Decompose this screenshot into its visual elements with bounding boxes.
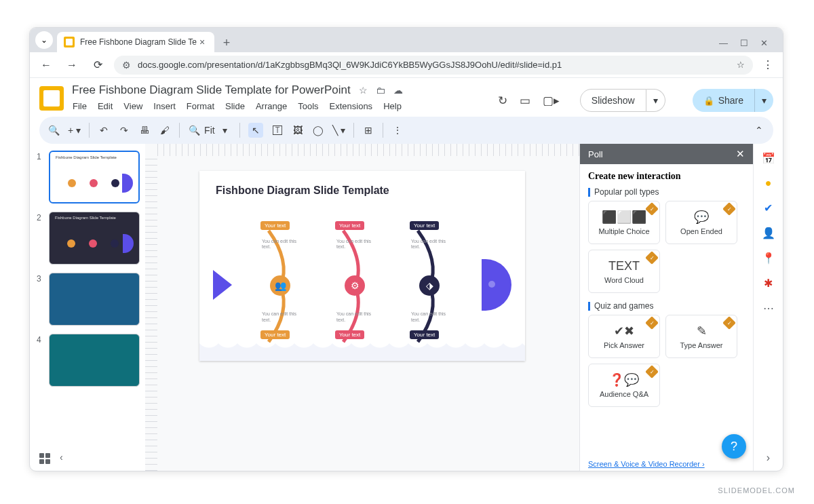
menu-insert[interactable]: Insert — [153, 100, 176, 113]
back-icon[interactable]: ← — [37, 59, 56, 71]
slide-title[interactable]: Fishbone Diagram Slide Template — [216, 185, 509, 197]
canvas[interactable]: Fishbone Diagram Slide Template 👥Your te… — [145, 144, 579, 471]
zoom-dropdown-icon[interactable]: ▾ — [219, 125, 231, 136]
poll-card-audience-q&a[interactable]: ❓💬Audience Q&A — [588, 364, 660, 407]
comments-icon[interactable]: ▭ — [520, 94, 530, 108]
menu-tools[interactable]: Tools — [297, 100, 319, 113]
tabs-dropdown[interactable]: ⌄ — [35, 31, 53, 49]
close-window-icon[interactable]: ✕ — [760, 38, 768, 48]
share-button[interactable]: 🔒Share — [693, 89, 754, 112]
paint-format-icon[interactable]: 🖌 — [159, 125, 171, 136]
filmstrip-prev-icon[interactable]: ‹ — [60, 452, 63, 463]
star-doc-icon[interactable]: ☆ — [359, 85, 368, 96]
more-icon[interactable]: ⋯ — [763, 302, 774, 315]
tasks-icon[interactable]: ✔ — [764, 201, 773, 214]
header-actions: ↻ ▭ ▢▸ Slideshow ▾ 🔒Share ▾ — [498, 89, 773, 112]
keep-icon[interactable]: ● — [765, 177, 772, 189]
address-bar: ← → ⟳ ⚙ docs.google.com/presentation/d/1… — [30, 52, 783, 78]
menu-arrange[interactable]: Arrange — [255, 100, 288, 113]
calendar-icon[interactable]: 📅 — [762, 152, 775, 165]
zoom-icon[interactable]: 🔍 — [188, 125, 200, 136]
menu-file[interactable]: File — [72, 100, 88, 113]
poll-card-multiple-choice[interactable]: ⬛⬜⬛Multiple Choice — [588, 201, 660, 244]
slideshow-button[interactable]: Slideshow — [580, 89, 646, 112]
history-icon[interactable]: ↻ — [498, 94, 507, 108]
maps-icon[interactable]: 📍 — [762, 252, 775, 265]
textbox-icon[interactable]: 🅃 — [271, 125, 284, 136]
panel-close-icon[interactable]: ✕ — [736, 148, 745, 160]
menu-help[interactable]: Help — [383, 100, 402, 113]
slideshow-dropdown[interactable]: ▾ — [646, 89, 665, 112]
meet-icon[interactable]: ▢▸ — [543, 94, 560, 108]
select-tool-icon[interactable]: ↖ — [248, 123, 263, 138]
watermark: SLIDEMODEL.COM — [718, 486, 795, 495]
panel-heading: Create new interaction — [588, 171, 745, 182]
search-menu-icon[interactable]: 🔍 — [47, 125, 60, 136]
ruler-vertical — [145, 156, 157, 471]
collapse-toolbar-icon[interactable]: ⌃ — [753, 125, 765, 136]
app-header: Free Fishbone Diagram Slide Template for… — [30, 78, 783, 113]
browser-menu-icon[interactable]: ⋮ — [760, 58, 776, 71]
menu-format[interactable]: Format — [186, 100, 215, 113]
thumbnail-4[interactable] — [49, 334, 140, 387]
bone-1[interactable]: 👥Your textYour textYou can edit this tex… — [248, 227, 308, 332]
slide[interactable]: Fishbone Diagram Slide Template 👥Your te… — [199, 171, 525, 361]
cloud-status-icon[interactable]: ☁ — [393, 85, 403, 96]
addon-icon[interactable]: ✱ — [764, 277, 773, 290]
bookmark-icon[interactable]: ☆ — [737, 60, 745, 70]
poll-card-pick-answer[interactable]: ✔✖Pick Answer — [588, 315, 660, 358]
maximize-icon[interactable]: ☐ — [740, 38, 748, 48]
url-field[interactable]: ⚙ docs.google.com/presentation/d/1aKzgbb… — [114, 56, 753, 75]
reload-icon[interactable]: ⟳ — [88, 58, 107, 71]
more-tools-icon[interactable]: ⋮ — [391, 125, 404, 136]
slides-favicon — [64, 37, 75, 47]
contacts-icon[interactable]: 👤 — [762, 227, 775, 239]
grid-view-icon[interactable] — [39, 453, 50, 464]
window-controls: — ☐ ✕ — [719, 38, 777, 52]
help-fab[interactable]: ? — [722, 434, 746, 459]
panel-footer-link[interactable]: Screen & Voice & Video Recorder › — [580, 457, 753, 471]
move-doc-icon[interactable]: 🗀 — [376, 85, 385, 96]
url-text: docs.google.com/presentation/d/1aKzgbbsg… — [138, 60, 562, 70]
poll-card-type-answer[interactable]: ✎Type Answer — [665, 315, 737, 358]
menu-edit[interactable]: Edit — [97, 100, 113, 113]
expand-rail-icon[interactable]: › — [767, 452, 770, 464]
new-tab-button[interactable]: + — [217, 33, 236, 52]
menu-view[interactable]: View — [123, 100, 143, 113]
close-tab-icon[interactable]: × — [197, 37, 208, 47]
document-title[interactable]: Free Fishbone Diagram Slide Template for… — [72, 83, 351, 97]
menu-slide[interactable]: Slide — [225, 100, 246, 113]
forward-icon[interactable]: → — [62, 59, 81, 71]
redo-icon[interactable]: ↷ — [118, 125, 130, 136]
shape-icon[interactable]: ◯ — [312, 125, 324, 136]
filmstrip: 1Fishbone Diagram Slide Template2Fishbon… — [30, 144, 145, 471]
poll-card-word-cloud[interactable]: TEXTWord Cloud — [588, 250, 660, 293]
share-dropdown[interactable]: ▾ — [754, 89, 773, 112]
line-icon[interactable]: ╲ ▾ — [332, 125, 345, 136]
ruler-horizontal — [157, 144, 579, 156]
section-popular: Popular poll types — [588, 187, 745, 197]
section-quiz: Quiz and games — [588, 301, 745, 311]
fishbone-diagram[interactable]: 👥Your textYour textYou can edit this tex… — [213, 218, 511, 341]
thumbnail-1[interactable]: Fishbone Diagram Slide Template — [49, 151, 140, 203]
undo-icon[interactable]: ↶ — [98, 125, 110, 136]
new-slide-icon[interactable]: + ▾ — [68, 125, 81, 136]
minimize-icon[interactable]: — — [719, 38, 728, 48]
menu-extensions[interactable]: Extensions — [329, 100, 374, 113]
print-icon[interactable]: 🖶 — [138, 125, 151, 136]
thumbnail-3[interactable] — [49, 273, 140, 326]
fish-head[interactable] — [482, 259, 511, 311]
comment-add-icon[interactable]: ⊞ — [362, 125, 374, 136]
poll-card-open-ended[interactable]: 💬Open Ended — [665, 201, 737, 244]
poll-side-panel: Poll ✕ Create new interaction Popular po… — [579, 144, 753, 471]
bone-3[interactable]: ⬗Your textYour textYou can edit this tex… — [398, 227, 457, 332]
fish-tail[interactable] — [213, 270, 232, 300]
site-settings-icon[interactable]: ⚙ — [122, 60, 131, 71]
slides-logo[interactable] — [39, 86, 64, 111]
thumbnail-2[interactable]: Fishbone Diagram Slide Template — [49, 212, 140, 265]
image-icon[interactable]: 🖼 — [292, 125, 304, 136]
menu-bar: FileEditViewInsertFormatSlideArrangeTool… — [72, 100, 498, 113]
zoom-label[interactable]: Fit — [204, 125, 215, 136]
browser-tab[interactable]: Free Fishbone Diagram Slide Te × — [57, 32, 214, 52]
bone-2[interactable]: ⚙Your textYour textYou can edit this tex… — [323, 227, 383, 332]
